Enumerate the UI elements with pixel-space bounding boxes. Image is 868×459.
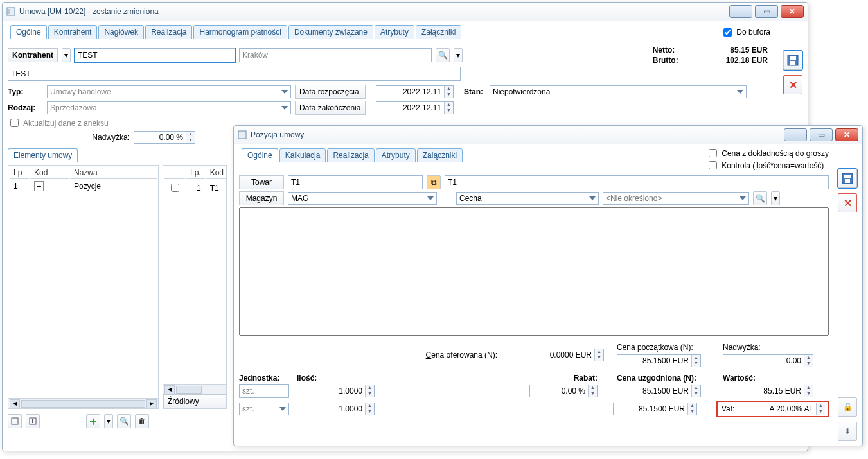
dialog-bottom-panel: 🔓 ⬇ bbox=[837, 397, 858, 441]
tree-row[interactable]: 1 − Pozycje bbox=[10, 180, 157, 192]
dialog-title: Pozycja umowy bbox=[251, 130, 780, 139]
dialog-window: Pozycja umowy — ▭ ✕ ✕ 🔓 ⬇ Ogólne Kalkula… bbox=[233, 125, 863, 446]
dialog-minimize-button[interactable]: — bbox=[784, 128, 807, 141]
kontrahent-dropdown-icon[interactable]: ▾ bbox=[62, 48, 71, 62]
typ-label: Typ: bbox=[8, 87, 43, 96]
grid-row[interactable]: 1 T1 bbox=[164, 180, 227, 195]
description-textarea[interactable] bbox=[239, 207, 829, 336]
down-button[interactable]: ⬇ bbox=[838, 422, 857, 441]
svg-rect-7 bbox=[32, 419, 33, 423]
collapse-icon[interactable]: − bbox=[34, 181, 44, 191]
main-title: Umowa [UM-10/22] - zostanie zmieniona bbox=[19, 7, 725, 16]
tab-naglowek[interactable]: Nagłówek bbox=[98, 25, 144, 39]
grid-scroll[interactable]: ◀ bbox=[163, 384, 226, 394]
cena-uzg-label: Cena uzgodniona (N): bbox=[617, 374, 696, 383]
cena-uzg1-spinner[interactable]: ▲▼ bbox=[617, 385, 701, 397]
dialog-body: ✕ 🔓 ⬇ Ogólne Kalkulacja Realizacja Atryb… bbox=[234, 144, 862, 446]
tree-scroll[interactable]: ◀▶ bbox=[8, 398, 158, 408]
typ-select[interactable]: Umowy handlowe bbox=[47, 85, 291, 98]
tab-zalaczniki[interactable]: Załączniki bbox=[416, 25, 461, 39]
stan-label: Stan: bbox=[464, 87, 486, 96]
dialog-cancel-button[interactable]: ✕ bbox=[838, 193, 857, 212]
ilosc1-spinner[interactable]: ▲▼ bbox=[297, 385, 375, 397]
data-zak-button[interactable]: Data zakończenia bbox=[295, 101, 366, 115]
rodzaj-select[interactable]: Sprzedażowa bbox=[47, 101, 291, 114]
zoom-button[interactable]: 🔍 bbox=[117, 414, 131, 428]
dlg-nadwyzka-label: Nadwyżka: bbox=[723, 343, 829, 352]
tab-realizacja[interactable]: Realizacja bbox=[145, 25, 192, 39]
zrodlowy-button[interactable]: Źródłowy bbox=[163, 394, 226, 408]
kontrahent-name-input[interactable] bbox=[8, 67, 461, 81]
lock-button[interactable]: 🔓 bbox=[838, 397, 857, 417]
magazyn-select[interactable]: MAG bbox=[288, 192, 437, 205]
cena-ofer-spinner[interactable]: ▲▼ bbox=[504, 349, 604, 361]
magazyn-button[interactable]: Magazyn bbox=[239, 191, 284, 205]
wartosc-spinner[interactable]: ▲▼ bbox=[723, 385, 813, 397]
cena-pocz-spinner[interactable]: ▲▼ bbox=[617, 354, 701, 367]
ilosc-label: Ilość: bbox=[297, 374, 317, 383]
dlg-tab-atrybuty[interactable]: Atrybuty bbox=[376, 148, 416, 162]
tab-atrybuty[interactable]: Atrybuty bbox=[375, 25, 414, 39]
dlg-tab-kalkulacja[interactable]: Kalkulacja bbox=[279, 148, 326, 162]
maximize-button[interactable]: ▭ bbox=[755, 5, 778, 18]
do-bufora-check[interactable]: Do bufora bbox=[721, 26, 770, 39]
kontrahent-city-input[interactable] bbox=[239, 48, 432, 62]
aktualizuj-check[interactable]: Aktualizuj dane z aneksu bbox=[8, 117, 109, 129]
cecha-more-icon[interactable]: ▾ bbox=[771, 191, 780, 205]
nieokreslono-select[interactable]: <Nie określono> bbox=[603, 192, 749, 205]
add-dropdown-icon[interactable]: ▾ bbox=[104, 414, 113, 428]
towar-link-icon[interactable]: ⧉ bbox=[427, 175, 441, 189]
save-button[interactable] bbox=[783, 51, 802, 70]
search-kontrahent-icon[interactable]: 🔍 bbox=[436, 48, 450, 62]
main-tabs: Ogólne Kontrahent Nagłówek Realizacja Ha… bbox=[8, 24, 464, 40]
dlg-tab-ogolne[interactable]: Ogólne bbox=[242, 148, 278, 162]
kontrola-check[interactable]: Kontrola (ilość*cena=wartość) bbox=[706, 159, 824, 171]
towar-button[interactable]: Towar bbox=[239, 175, 284, 189]
data-rozp-button[interactable]: Data rozpoczęcia bbox=[295, 85, 366, 99]
towar-name-input[interactable] bbox=[445, 175, 829, 189]
tab-dokumenty[interactable]: Dokumenty związane bbox=[288, 25, 373, 39]
kontrahent-button[interactable]: Kontrahent bbox=[8, 48, 58, 62]
dlg-tab-realizacja[interactable]: Realizacja bbox=[327, 148, 374, 162]
add-button[interactable]: ＋ bbox=[86, 414, 100, 428]
dialog-maximize-button[interactable]: ▭ bbox=[810, 128, 833, 141]
ilosc2-spinner[interactable]: ▲▼ bbox=[297, 403, 375, 415]
towar-code-input[interactable] bbox=[288, 175, 423, 189]
svg-rect-0 bbox=[7, 8, 15, 15]
tool-new-icon[interactable] bbox=[8, 414, 22, 428]
jednostka2-select[interactable]: szt. bbox=[239, 403, 289, 415]
dlg-tab-zalaczniki[interactable]: Załączniki bbox=[417, 148, 463, 162]
kontrahent-more-icon[interactable]: ▾ bbox=[454, 48, 463, 62]
grid-panel: Lp. Kod 1 T1 ◀ Źródłowy bbox=[163, 165, 227, 409]
cecha-search-icon[interactable]: 🔍 bbox=[753, 191, 767, 205]
minimize-button[interactable]: — bbox=[729, 5, 752, 18]
tab-ogolne[interactable]: Ogólne bbox=[10, 25, 47, 39]
data-zak-spinner[interactable]: ▲▼ bbox=[376, 101, 454, 114]
elementy-umowy-tab[interactable]: Elementy umowy bbox=[8, 148, 78, 162]
svg-rect-4 bbox=[790, 61, 795, 65]
dialog-save-button[interactable] bbox=[838, 169, 857, 188]
tab-kontrahent[interactable]: Kontrahent bbox=[48, 25, 98, 39]
cena-uzg2-spinner[interactable]: ▲▼ bbox=[613, 403, 697, 415]
vat-spinner[interactable]: ▲▼ bbox=[752, 403, 825, 415]
dialog-close-button[interactable]: ✕ bbox=[835, 128, 858, 141]
tab-harmonogram[interactable]: Harmonogram płatności bbox=[193, 25, 287, 39]
data-rozp-spinner[interactable]: ▲▼ bbox=[376, 85, 454, 98]
nadwyzka-main-spinner[interactable]: ▲▼ bbox=[134, 131, 195, 144]
jednostka1-field[interactable]: szt. bbox=[239, 384, 289, 398]
tool-edit-icon[interactable] bbox=[26, 414, 40, 428]
delete-button[interactable]: 🗑 bbox=[135, 414, 149, 428]
tree-panel: Lp Kod Nazwa 1 − Pozycje ◀▶ bbox=[8, 165, 159, 409]
dlg-nadwyzka-spinner[interactable]: ▲▼ bbox=[723, 354, 813, 367]
dialog-tabs: Ogólne Kalkulacja Realizacja Atrybuty Za… bbox=[239, 147, 465, 164]
kontrahent-code-input[interactable] bbox=[75, 48, 235, 62]
cecha-select[interactable]: Cecha bbox=[456, 192, 599, 205]
grid-table: Lp. Kod 1 T1 bbox=[163, 166, 229, 196]
grid-row-check[interactable] bbox=[171, 184, 179, 192]
netto-value: 85.15 EUR bbox=[726, 46, 770, 55]
cena-dokl-check[interactable]: Cena z dokładnością do groszy bbox=[706, 147, 829, 159]
cancel-button[interactable]: ✕ bbox=[783, 75, 802, 94]
rabat-spinner[interactable]: ▲▼ bbox=[529, 385, 598, 397]
stan-select[interactable]: Niepotwierdzona bbox=[490, 85, 747, 98]
close-button[interactable]: ✕ bbox=[781, 5, 804, 18]
